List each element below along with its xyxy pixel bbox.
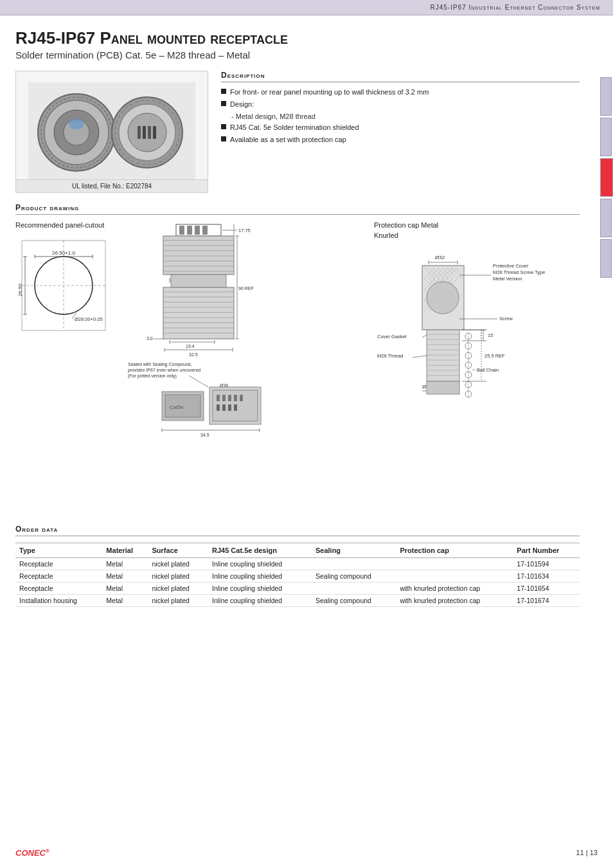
col-protection: Protection cap: [396, 543, 513, 558]
order-data-title: Order data: [15, 525, 580, 536]
svg-text:M28 Thread Screw Type: M28 Thread Screw Type: [493, 269, 545, 275]
right-tab-5[interactable]: [600, 239, 612, 278]
svg-text:Sealed with Sealing Compound,: Sealed with Sealing Compound,: [128, 362, 192, 367]
table-header-row: Type Material Surface RJ45 Cat.5e design…: [15, 543, 580, 558]
table-cell-sealing: [312, 583, 396, 595]
table-cell-surface: nickel plated: [148, 595, 208, 607]
desc-sub-item: - Metal design, M28 thread: [231, 113, 580, 120]
table-cell-type: Receptacle: [15, 570, 102, 583]
svg-text:34.5: 34.5: [200, 433, 209, 437]
svg-rect-9: [138, 126, 141, 139]
description-box: Description For front- or rear panel mou…: [221, 71, 580, 193]
svg-text:provides IP67 even when uncove: provides IP67 even when uncovered: [128, 368, 200, 373]
top-section: UL listed, File No.: E202784 Description…: [15, 71, 580, 193]
table-cell-type: Receptacle: [15, 583, 102, 595]
svg-text:Metal Version: Metal Version: [493, 276, 522, 282]
product-image-box: UL listed, File No.: E202784: [15, 71, 208, 193]
svg-rect-12: [153, 126, 156, 139]
table-cell-surface: nickel plated: [148, 558, 208, 570]
table-cell-material: Metal: [102, 595, 148, 607]
protection-cap-label: Protection cap Metal: [374, 221, 438, 229]
svg-rect-91: [217, 404, 220, 411]
svg-text:M28 Thread: M28 Thread: [377, 353, 403, 359]
svg-text:(For potted version only): (For potted version only): [128, 374, 177, 379]
table-cell-sealing: Sealing compound: [312, 595, 396, 607]
svg-line-79: [189, 375, 208, 387]
footer-page: 11 | 13: [576, 849, 598, 856]
col-material: Material: [102, 543, 148, 558]
svg-rect-92: [222, 404, 226, 411]
table-cell-type: Installation housing: [15, 595, 102, 607]
table-row: ReceptacleMetalnickel platedInline coupl…: [15, 558, 580, 570]
right-tab-4[interactable]: [600, 199, 612, 237]
footer-brand: CONEC®: [15, 848, 49, 858]
table-cell-material: Metal: [102, 570, 148, 583]
product-drawing-section: Product drawing Recommended panel-cutout: [15, 203, 580, 514]
svg-text:26.50: 26.50: [17, 283, 23, 296]
svg-text:Screw: Screw: [499, 316, 513, 321]
right-tabs: [600, 77, 613, 278]
table-cell-design: Inline coupling shielded: [208, 570, 312, 583]
description-title: Description: [221, 71, 580, 82]
svg-rect-169: [427, 381, 459, 394]
desc-item-4: Available as a set with protection cap: [221, 135, 580, 145]
order-data-section: Order data Type Material Surface RJ45 Ca…: [15, 525, 580, 607]
table-cell-protection: with knurled protection cap: [396, 595, 513, 607]
bullet-3: [221, 124, 226, 129]
header-title: RJ45-IP67 Industrial Ethernet Connector …: [431, 4, 600, 11]
svg-text:Cover Gasket: Cover Gasket: [377, 334, 407, 339]
table-cell-design: Inline coupling shielded: [208, 558, 312, 570]
table-cell-protection: with knurled protection cap: [396, 583, 513, 595]
svg-rect-93: [228, 404, 231, 411]
table-cell-surface: nickel plated: [148, 570, 208, 583]
table-cell-protection: [396, 558, 513, 570]
table-cell-part_number: 17-101634: [513, 570, 580, 583]
svg-rect-37: [163, 236, 234, 275]
svg-rect-87: [222, 395, 226, 401]
svg-text:15: 15: [488, 332, 493, 338]
product-svg: [28, 82, 195, 182]
table-cell-material: Metal: [102, 558, 148, 570]
ul-label: UL listed, File No.: E202784: [16, 179, 208, 192]
panel-cutout-svg: 26.50+1.0 26.50 Ø28.00+0.05: [15, 234, 115, 337]
desc-item-2: Design:: [221, 100, 580, 109]
table-cell-sealing: [312, 558, 396, 570]
protection-cap-drawing: Protection cap Metal Knurled Ø32: [374, 221, 580, 514]
table-cell-type: Receptacle: [15, 558, 102, 570]
page-subtitle: Solder termination (PCB) Cat. 5e – M28 t…: [15, 50, 580, 60]
product-image: [28, 80, 195, 183]
table-cell-sealing: Sealing compound: [312, 570, 396, 583]
svg-rect-11: [148, 126, 151, 139]
col-part-number: Part Number: [513, 543, 580, 558]
conec-logo: CONEC®: [15, 848, 49, 858]
svg-text:19.4: 19.4: [186, 344, 195, 348]
table-cell-part_number: 17-101674: [513, 595, 580, 607]
table-cell-design: Inline coupling shielded: [208, 595, 312, 607]
svg-text:25.5 REF: 25.5 REF: [484, 353, 505, 359]
desc-item-1: For front- or rear panel mounting up to …: [221, 87, 580, 97]
table-cell-part_number: 17-101594: [513, 558, 580, 570]
svg-rect-90: [240, 395, 243, 401]
svg-line-188: [413, 356, 427, 357]
svg-rect-88: [228, 395, 231, 401]
svg-text:17.75: 17.75: [238, 228, 251, 233]
right-tab-1[interactable]: [600, 77, 612, 116]
svg-point-148: [427, 282, 459, 314]
right-tab-3[interactable]: [600, 158, 613, 197]
svg-rect-30: [179, 226, 184, 235]
svg-text:26.50+1.0: 26.50+1.0: [52, 250, 75, 256]
svg-text:Ø32: Ø32: [435, 255, 445, 260]
svg-rect-33: [202, 226, 208, 235]
protection-cap-sub: Knurled: [374, 231, 580, 239]
svg-text:Cat5e: Cat5e: [170, 404, 184, 410]
col-sealing: Sealing: [312, 543, 396, 558]
bullet-2: [221, 101, 226, 106]
col-design: RJ45 Cat.5e design: [208, 543, 312, 558]
right-tab-2[interactable]: [600, 118, 612, 156]
table-cell-part_number: 17-101654: [513, 583, 580, 595]
table-cell-design: Inline coupling shielded: [208, 583, 312, 595]
table-cell-surface: nickel plated: [148, 583, 208, 595]
table-cell-protection: [396, 570, 513, 583]
table-row: ReceptacleMetalnickel platedInline coupl…: [15, 570, 580, 583]
product-drawing-title: Product drawing: [15, 203, 580, 215]
